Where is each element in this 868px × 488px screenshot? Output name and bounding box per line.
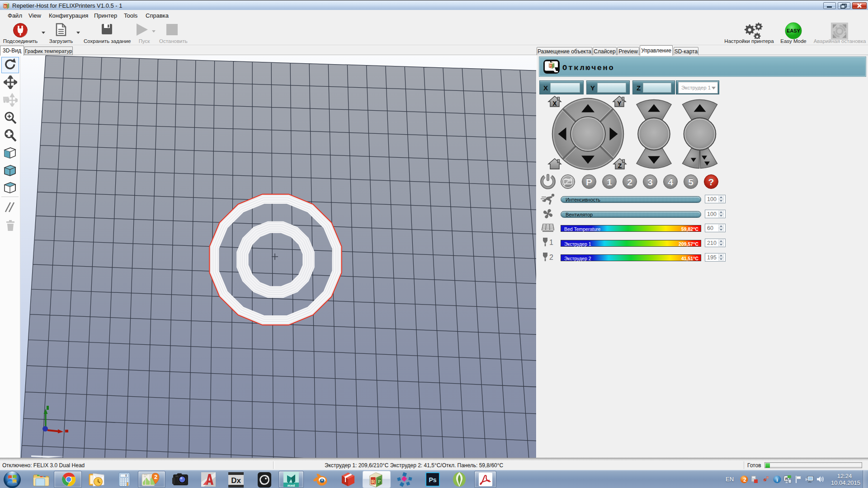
svg-text:i: i bbox=[776, 477, 778, 483]
svg-text:0: 0 bbox=[125, 474, 127, 478]
svg-text:R: R bbox=[550, 64, 552, 67]
svg-text:1: 1 bbox=[607, 177, 612, 187]
svg-text:2: 2 bbox=[154, 474, 157, 480]
svg-text:4: 4 bbox=[668, 177, 673, 187]
svg-text:R: R bbox=[371, 478, 376, 485]
svg-text:?: ? bbox=[708, 177, 714, 187]
svg-text:Ps: Ps bbox=[429, 476, 436, 483]
svg-text:mxd: mxd bbox=[288, 483, 295, 488]
svg-text:2: 2 bbox=[743, 477, 746, 483]
svg-text:Y: Y bbox=[617, 100, 622, 107]
svg-text:P: P bbox=[586, 177, 592, 187]
svg-text:2: 2 bbox=[549, 253, 553, 261]
svg-text:R: R bbox=[4, 4, 7, 9]
svg-text:2: 2 bbox=[627, 177, 632, 187]
svg-text:EASY: EASY bbox=[787, 28, 800, 33]
svg-text:3: 3 bbox=[647, 177, 653, 187]
svg-text:X: X bbox=[552, 100, 557, 107]
svg-text:Z: Z bbox=[618, 162, 622, 169]
svg-text:P: P bbox=[378, 479, 381, 484]
svg-text:5: 5 bbox=[688, 177, 693, 187]
svg-text:Dx: Dx bbox=[231, 476, 241, 485]
svg-text:1: 1 bbox=[549, 239, 553, 246]
